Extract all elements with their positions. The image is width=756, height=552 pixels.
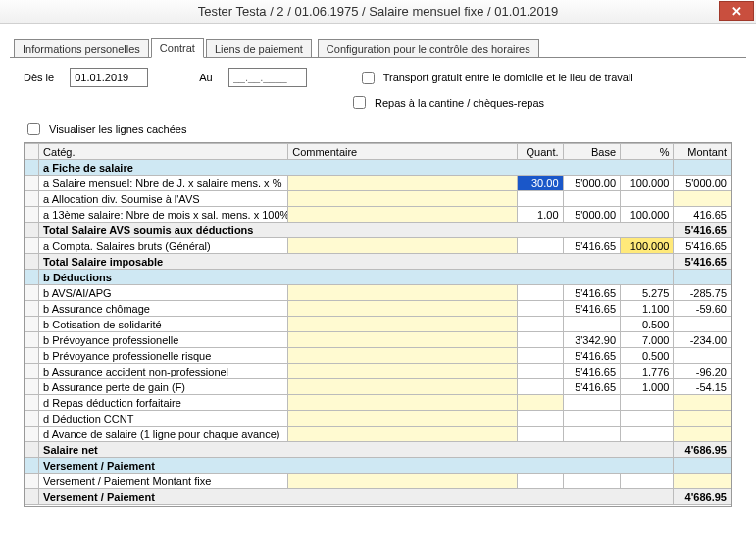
cell[interactable] [25, 238, 39, 254]
cell[interactable]: 5.275 [621, 285, 674, 301]
cell[interactable] [674, 348, 731, 364]
cell[interactable] [563, 191, 620, 207]
cell[interactable] [288, 317, 518, 332]
table-row[interactable]: b Déductions [25, 270, 731, 285]
tab-contrat[interactable]: Contrat [151, 38, 204, 58]
cell[interactable] [288, 364, 518, 379]
cell[interactable] [674, 270, 731, 285]
table-row[interactable]: Total Salaire AVS soumis aux déductions5… [25, 223, 731, 238]
cell[interactable]: Total Salaire AVS soumis aux déductions [39, 223, 674, 238]
cell[interactable] [25, 223, 39, 238]
cell[interactable]: 5'416.65 [563, 364, 620, 379]
cell[interactable]: 4'686.95 [674, 489, 731, 505]
cell[interactable] [25, 285, 39, 301]
cell[interactable] [288, 301, 518, 317]
cell[interactable]: 0.500 [621, 348, 674, 364]
transport-checkbox[interactable] [362, 72, 375, 84]
cell[interactable]: b Prévoyance professionelle risque [39, 348, 288, 364]
cell[interactable] [288, 395, 518, 411]
cell[interactable] [518, 191, 563, 207]
cell[interactable] [25, 332, 39, 348]
cell[interactable]: 5'416.65 [674, 238, 731, 254]
cell[interactable] [25, 270, 39, 285]
cell[interactable]: 5'416.65 [674, 223, 731, 238]
col-categ[interactable]: Catég. [39, 144, 288, 160]
cell[interactable] [518, 411, 563, 427]
cell[interactable] [621, 411, 674, 427]
cell[interactable]: 5'416.65 [563, 285, 620, 301]
cell[interactable] [674, 427, 731, 442]
cell[interactable]: Versement / Paiement [39, 458, 674, 474]
cell[interactable]: 5'000.00 [563, 207, 620, 223]
cell[interactable]: 30.00 [518, 176, 563, 191]
cell[interactable] [25, 474, 39, 489]
cell[interactable]: a Fiche de salaire [39, 160, 674, 176]
cell[interactable] [25, 191, 39, 207]
table-row[interactable]: Versement / Paiement Montant fixe [25, 474, 731, 489]
cell[interactable] [25, 411, 39, 427]
cell[interactable] [25, 207, 39, 223]
cell[interactable] [288, 191, 518, 207]
cell[interactable] [25, 364, 39, 379]
table-row[interactable]: a Allocation div. Soumise à l'AVS [25, 191, 731, 207]
hidden-lines-checkbox[interactable] [27, 123, 40, 135]
table-row[interactable]: b AVS/AI/APG5'416.655.275-285.75 [25, 285, 731, 301]
cell[interactable] [518, 379, 563, 395]
table-row[interactable]: b Assurance accident non-professionel5'4… [25, 364, 731, 379]
cell[interactable]: 5'416.65 [674, 254, 731, 270]
cell[interactable] [674, 395, 731, 411]
table-row[interactable]: a Salaire mensuel: Nbre de J. x salaire … [25, 176, 731, 191]
cell[interactable] [25, 442, 39, 458]
cell[interactable] [288, 348, 518, 364]
cell[interactable]: a Allocation div. Soumise à l'AVS [39, 191, 288, 207]
cell[interactable] [288, 238, 518, 254]
cell[interactable]: b Cotisation de solidarité [39, 317, 288, 332]
cell[interactable] [621, 395, 674, 411]
cell[interactable]: 5'000.00 [563, 176, 620, 191]
cell[interactable] [674, 458, 731, 474]
cell[interactable]: b Assurance accident non-professionel [39, 364, 288, 379]
cell[interactable]: 1.000 [621, 379, 674, 395]
cell[interactable]: Total Salaire imposable [39, 254, 674, 270]
cell[interactable]: 1.00 [518, 207, 563, 223]
cell[interactable]: 100.000 [621, 238, 674, 254]
cell[interactable]: 5'416.65 [563, 238, 620, 254]
table-row[interactable]: a Compta. Salaires bruts (Général)5'416.… [25, 238, 731, 254]
cell[interactable]: -96.20 [674, 364, 731, 379]
tab-info-perso[interactable]: Informations personelles [14, 39, 149, 58]
cell[interactable] [674, 160, 731, 176]
cell[interactable] [288, 379, 518, 395]
cell[interactable]: 1.776 [621, 364, 674, 379]
cell[interactable] [518, 474, 563, 489]
cell[interactable] [25, 427, 39, 442]
cell[interactable] [674, 474, 731, 489]
tab-liens-paiement[interactable]: Liens de paiement [206, 39, 312, 58]
cell[interactable] [288, 427, 518, 442]
table-row[interactable]: Versement / Paiement [25, 458, 731, 474]
cell[interactable]: d Repas déduction forfaitaire [39, 395, 288, 411]
cell[interactable] [563, 317, 620, 332]
table-row[interactable]: Versement / Paiement4'686.95 [25, 489, 731, 505]
cell[interactable] [25, 458, 39, 474]
to-date-field[interactable] [228, 68, 307, 87]
table-row[interactable]: a Fiche de salaire [25, 160, 731, 176]
cell[interactable]: a 13ème salaire: Nbre de mois x sal. men… [39, 207, 288, 223]
cell[interactable] [25, 254, 39, 270]
cell[interactable]: 3'342.90 [563, 332, 620, 348]
cell[interactable]: -54.15 [674, 379, 731, 395]
salary-grid[interactable]: Catég. Commentaire Quant. Base % Montant… [24, 142, 732, 507]
cell[interactable] [25, 489, 39, 505]
cell[interactable]: 7.000 [621, 332, 674, 348]
cell[interactable] [25, 176, 39, 191]
cell[interactable] [563, 395, 620, 411]
table-row[interactable]: b Prévoyance professionelle risque5'416.… [25, 348, 731, 364]
cell[interactable]: a Compta. Salaires bruts (Général) [39, 238, 288, 254]
cell[interactable] [674, 317, 731, 332]
table-row[interactable]: b Prévoyance professionelle3'342.907.000… [25, 332, 731, 348]
table-row[interactable]: b Assurance chômage5'416.651.100-59.60 [25, 301, 731, 317]
cell[interactable] [518, 395, 563, 411]
cell[interactable] [25, 395, 39, 411]
col-quant[interactable]: Quant. [518, 144, 563, 160]
table-row[interactable]: Total Salaire imposable5'416.65 [25, 254, 731, 270]
table-row[interactable]: Salaire net4'686.95 [25, 442, 731, 458]
